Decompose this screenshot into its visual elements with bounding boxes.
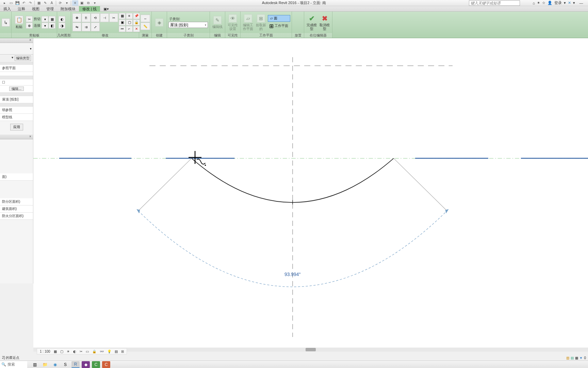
qat-switch-windows-icon[interactable]: ⧉ (85, 0, 91, 6)
qat-undo-icon[interactable]: ↶ (21, 0, 27, 6)
sun-path-icon[interactable]: ☀ (66, 350, 70, 353)
join-icon[interactable]: ⊕ (26, 22, 33, 29)
finish-model-button[interactable]: ✔完成模型 (306, 13, 318, 32)
detail-level-icon[interactable]: ▦ (53, 350, 58, 353)
tree-item[interactable]: 建筑面积) (0, 205, 33, 213)
ungroup-icon[interactable]: ▢ (126, 19, 133, 26)
scale-icon[interactable]: ⤢ (91, 22, 100, 31)
tab-addins[interactable]: 附加模块 (57, 6, 79, 12)
qat-close-hidden-icon[interactable]: ▣ (79, 0, 85, 6)
radial-line-right[interactable] (394, 158, 447, 211)
pin-icon[interactable]: 📌 (133, 13, 140, 19)
taskview-icon[interactable]: ▥ (31, 361, 39, 368)
crop-view-icon[interactable]: ✂ (79, 350, 83, 353)
reveal-constraints-icon[interactable]: ⊞ (120, 350, 125, 353)
extend-icon[interactable]: ↦ (119, 26, 126, 32)
status-icon-2[interactable]: ▤ (571, 356, 574, 360)
modify-button[interactable]: ↳ (1, 13, 10, 32)
tab-modify-line[interactable]: 修改 | 线 (79, 6, 100, 12)
visual-style-icon[interactable]: ▢ (60, 350, 64, 353)
lock-icon[interactable]: 🔒 (133, 19, 140, 26)
close-icon[interactable]: × (28, 135, 32, 139)
scrollbar-thumb[interactable] (306, 348, 316, 351)
cancel-model-button[interactable]: ✖取消模型 (318, 13, 331, 32)
type-selector-dropdown[interactable]: ▾ (30, 47, 32, 50)
lock-view-icon[interactable]: 🔒 (92, 350, 97, 353)
taskbar-search[interactable]: 🔍 搜索 (0, 361, 27, 368)
qat-open-icon[interactable]: ▭ (8, 0, 14, 6)
edit-type-button[interactable]: 编辑类型 (15, 56, 31, 61)
match-icon[interactable]: ▦ (49, 16, 55, 22)
rotate-icon[interactable]: ⟲ (91, 13, 100, 22)
tab-manage[interactable]: 管理 (43, 6, 57, 12)
angle-dim-label[interactable]: 93.994° (284, 272, 301, 277)
trim-icon[interactable]: ⊣ (100, 13, 109, 22)
close-icon[interactable]: × (28, 38, 32, 42)
cope-icon[interactable]: ◧ (49, 22, 55, 29)
split-icon[interactable]: ✂ (109, 13, 118, 22)
temp-hide-icon[interactable]: 👓 (99, 350, 104, 353)
app-icon-green1[interactable]: C (92, 361, 100, 368)
subcategory-dropdown[interactable]: 屋顶 [投影] ▾ (168, 22, 208, 28)
face-toggle[interactable]: ▱面 (268, 15, 290, 22)
mirror-icon[interactable]: ⇋ (72, 22, 81, 31)
delete-icon[interactable]: ✕ (133, 26, 140, 32)
show-crop-icon[interactable]: ▭ (85, 350, 89, 353)
drawing-canvas[interactable]: 93.994° (33, 38, 588, 352)
tab-annotate[interactable]: 注释 (14, 6, 29, 12)
qat-print-icon[interactable]: ▦ (36, 0, 42, 6)
login-dropdown-icon[interactable]: ▾ (564, 1, 566, 5)
exchange-apps-icon[interactable]: ✕ (568, 1, 571, 5)
status-icon-3[interactable]: ▦ (575, 356, 578, 360)
app-menu-button[interactable]: ▸ (1, 0, 7, 6)
qat-sync-icon[interactable]: ⟳ (57, 0, 63, 6)
edit-button[interactable]: 编辑... (9, 87, 23, 91)
qat-redo-icon[interactable]: ↷ (27, 0, 33, 6)
qat-save-icon[interactable]: 💾 (14, 0, 20, 6)
tree-item[interactable]: 防分区面积) (0, 198, 33, 205)
corner-icon[interactable]: ⌐ (126, 26, 133, 32)
aligned-dim-icon[interactable]: ↔ (141, 15, 150, 22)
user-icon[interactable]: 👤 (548, 1, 552, 5)
status-icon-1[interactable]: ▥ (566, 356, 569, 360)
cut-icon[interactable]: ✂ (26, 16, 33, 22)
cut-dd-icon[interactable]: ▾ (42, 16, 48, 22)
offset-icon[interactable]: ⇉ (82, 22, 91, 31)
qat-measure-icon[interactable]: ✎ (42, 0, 48, 6)
login-link[interactable]: 登录 (554, 0, 562, 5)
keyshot-icon[interactable]: ✶ (537, 1, 540, 5)
qat-dropdown-icon[interactable]: ▾ (92, 0, 98, 6)
file-explorer-icon[interactable]: 📁 (41, 361, 49, 368)
reveal-hidden-icon[interactable]: 💡 (107, 350, 112, 353)
worksharing-icon[interactable]: ▤ (114, 350, 118, 353)
measure-icon[interactable]: 📏 (141, 22, 150, 30)
apply-button[interactable]: 应用 (10, 124, 23, 131)
prop-checkbox-row[interactable]: ☐ (0, 79, 33, 86)
geo-icon-2[interactable]: ◑ (59, 22, 65, 29)
help-search-input[interactable] (469, 0, 520, 6)
infocenter-icon[interactable]: ⌂ (533, 1, 535, 5)
help-icon[interactable]: ▾ (573, 1, 575, 5)
qat-thin-lines-icon[interactable]: ≡ (72, 0, 78, 6)
group-icon[interactable]: ▣ (119, 19, 126, 26)
tree-item[interactable]: 面) (0, 173, 33, 181)
join-dd-icon[interactable]: ▾ (42, 22, 48, 29)
paste-button[interactable]: 📋粘贴 (13, 13, 25, 32)
align-icon[interactable]: ≡ (126, 13, 133, 19)
tab-dropdown-icon[interactable]: ▣▾ (100, 6, 112, 12)
app-icon-purple[interactable]: ◆ (82, 361, 90, 368)
radial-line-left[interactable] (138, 158, 192, 211)
sogou-icon[interactable]: S (61, 361, 69, 368)
tab-insert[interactable]: 插入 (0, 6, 14, 12)
qat-text-icon[interactable]: A (49, 0, 55, 6)
minimize-button[interactable]: — (577, 1, 585, 5)
revit-icon[interactable]: R (71, 361, 80, 368)
app-icon-green2[interactable]: C (102, 361, 110, 368)
geo-icon-1[interactable]: ◐ (59, 16, 65, 22)
scale-selector[interactable]: 1 : 100 (39, 350, 51, 353)
tree-item[interactable]: 防火分区面积) (0, 213, 33, 220)
tab-view[interactable]: 视图 (29, 6, 43, 12)
qat-cloud-icon[interactable]: ▾ (64, 0, 70, 6)
shadows-icon[interactable]: ◐ (72, 350, 77, 353)
instance-dd-icon[interactable]: ▾ (12, 56, 13, 61)
